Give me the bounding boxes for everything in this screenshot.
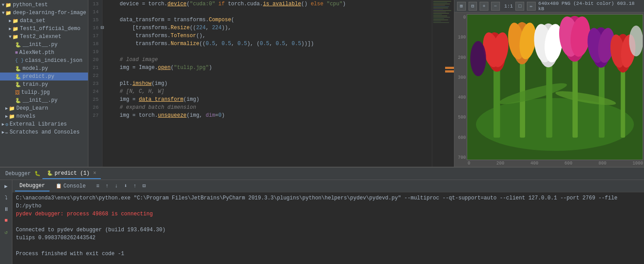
- sidebar-label: External Libraries: [10, 121, 67, 127]
- code-editor: 13 14 15 16 17 18 19 20 21 22 23 24 25 2…: [88, 0, 454, 167]
- console-filter-btn[interactable]: ≡: [94, 182, 102, 190]
- code-minimap: [432, 0, 454, 167]
- folder-icon: 📁: [9, 114, 15, 119]
- debug-label: Debugger: [2, 171, 34, 177]
- y-axis-label-400: 400: [455, 95, 466, 100]
- console-toolbar-buttons: ≡ ↑ ↓ ⬇ ↑ ⊟: [94, 182, 148, 190]
- arrow-icon: ▶: [5, 106, 8, 111]
- sidebar-item-test2[interactable]: ▼ 📁 Test2_alexnet: [0, 33, 88, 41]
- code-line-17: transforms.ToTensor(),: [107, 32, 427, 40]
- x-axis-label-400: 400: [530, 161, 538, 166]
- x-axis-label-800: 800: [598, 161, 606, 166]
- fit-page-button[interactable]: ⊞: [457, 2, 466, 11]
- sidebar-item-init2[interactable]: 🐍 __init__.py: [0, 96, 88, 104]
- sidebar-item-python-test[interactable]: ▼ 📁 python_test: [0, 1, 88, 9]
- color-picker-button[interactable]: ✏: [527, 2, 536, 11]
- x-axis-label-200: 200: [496, 161, 504, 166]
- py-icon: 🐍: [15, 74, 21, 80]
- console-scroll-up-btn[interactable]: ↑: [103, 182, 111, 190]
- py-icon: 🐍: [15, 82, 21, 88]
- debug-rerun-btn[interactable]: ↺: [2, 228, 11, 237]
- y-axis-label-300: 300: [455, 75, 466, 80]
- tab-console[interactable]: 📋 Console: [51, 181, 90, 191]
- py-icon: 🐍: [15, 98, 21, 103]
- arrow-icon: ▼: [2, 11, 4, 15]
- sidebar-item-scratches[interactable]: ▶ ✏ Scratches and Consoles: [0, 128, 88, 136]
- sidebar-item-tulip[interactable]: 🖼 tulip.jpg: [0, 88, 88, 96]
- y-axis-label-600: 600: [455, 135, 466, 140]
- code-line-13: device = torch.device("cuda:0" if torch.…: [107, 0, 427, 8]
- zoom-label: 1:1: [504, 4, 513, 9]
- sidebar-item-test1[interactable]: ▶ 📁 Test1_official_demo: [0, 25, 88, 33]
- arrow-icon: ▶: [2, 122, 4, 127]
- code-line-26: # expand batch dimension: [107, 103, 427, 111]
- debug-left-sidebar: ▶ ⤵ ⏸ ■ ↺: [0, 180, 12, 264]
- folder-icon: 📁: [5, 10, 11, 16]
- sidebar-label: train.py: [23, 81, 48, 88]
- arrow-icon: ▼: [9, 34, 11, 39]
- debug-area: Debugger 🐛 🐍 predict (1) × ▶ ⤵ ⏸ ■ ↺ Deb…: [0, 167, 644, 264]
- sidebar-label: python_test: [13, 2, 48, 8]
- tab-debugger[interactable]: Debugger: [15, 181, 50, 191]
- minimap-indicator-2: [445, 70, 454, 73]
- py-icon: 🐍: [15, 66, 21, 72]
- sidebar-item-data-set[interactable]: ▶ 📁 data_set: [0, 17, 88, 25]
- code-line-15: data_transform = transforms.Compose(: [107, 16, 427, 24]
- zoom-fit-button[interactable]: □: [515, 2, 524, 11]
- sidebar-label: AlexNet.pth: [19, 50, 54, 56]
- sidebar-label: Scratches and Consoles: [10, 129, 80, 135]
- code-line-24: # [N, C, H, W]: [107, 88, 427, 96]
- arrow-icon: ▶: [9, 18, 11, 23]
- console-step-in-btn[interactable]: ↑: [131, 182, 139, 190]
- sidebar-item-train[interactable]: 🐍 train.py: [0, 80, 88, 88]
- debug-pause-btn[interactable]: ⏸: [2, 205, 11, 214]
- console-step-out-btn[interactable]: ⬇: [122, 182, 130, 190]
- console-content: C:\anaconda3\envs\pytorch\python.exe "C:…: [12, 192, 644, 264]
- debug-stop-btn[interactable]: ■: [2, 216, 11, 225]
- console-settings-btn[interactable]: ⊟: [140, 182, 148, 190]
- scratches-icon: ✏: [5, 130, 8, 135]
- console-cmd-line: C:\anaconda3\envs\pytorch\python.exe "C:…: [16, 194, 640, 210]
- sidebar-item-alexnet[interactable]: ■ AlexNet.pth: [0, 49, 88, 57]
- jpg-icon: 🖼: [15, 90, 20, 96]
- console-connecting: pydev debugger: process 49868 is connect…: [16, 210, 640, 218]
- pth-icon: ■: [15, 50, 18, 55]
- debug-run-btn[interactable]: ▶: [2, 182, 11, 191]
- y-axis-label-0: 0: [455, 15, 466, 20]
- sidebar-item-external-libs[interactable]: ▶ ⚙ External Libraries: [0, 120, 88, 128]
- python-icon: 🐍: [47, 170, 53, 176]
- folder-icon: 📁: [12, 34, 19, 40]
- sidebar-label: Test1_official_demo: [20, 26, 80, 32]
- sidebar-label: Test2_alexnet: [20, 34, 61, 40]
- sidebar-item-init1[interactable]: 🐍 __init__.py: [0, 41, 88, 49]
- debug-tab-close[interactable]: ×: [93, 170, 96, 176]
- arrow-icon: ▼: [2, 3, 4, 8]
- actual-size-button[interactable]: ⊟: [469, 2, 477, 11]
- console-toolbar: Debugger 📋 Console ≡ ↑ ↓ ⬇ ↑ ⊟: [12, 180, 644, 192]
- sidebar-item-deep-learning[interactable]: ▼ 📁 deep-learning-for-image: [0, 9, 88, 17]
- sidebar-item-predict[interactable]: 🐍 predict.py: [0, 73, 88, 80]
- sidebar-label: tulip.jpg: [21, 89, 50, 96]
- sidebar-label: data_set: [20, 18, 46, 24]
- zoom-in-button[interactable]: +: [480, 2, 488, 11]
- sidebar-item-model[interactable]: 🐍 model.py: [0, 65, 88, 73]
- console-scroll-down-btn[interactable]: ↓: [112, 182, 120, 190]
- sidebar-item-class-indices[interactable]: { } class_indices.json: [0, 57, 88, 65]
- folder-icon: 📁: [12, 18, 19, 24]
- debug-tab-predict[interactable]: 🐍 predict (1) ×: [42, 168, 101, 179]
- sidebar-item-deep-learn[interactable]: ▶ 📁 Deep_Learn: [0, 104, 88, 112]
- y-axis-label-500: 500: [455, 115, 466, 120]
- x-axis-label-600: 600: [564, 161, 572, 166]
- debugger-tab-label: Debugger: [19, 183, 45, 189]
- code-line-23: plt.imshow(img): [107, 80, 427, 88]
- console-text[interactable]: C:\anaconda3\envs\pytorch\python.exe "C:…: [12, 192, 644, 264]
- code-scroll[interactable]: 13 14 15 16 17 18 19 20 21 22 23 24 25 2…: [88, 0, 454, 167]
- code-line-25: img = data_transform(img): [107, 96, 427, 103]
- zoom-out-button[interactable]: −: [491, 2, 500, 11]
- debug-step-over-btn[interactable]: ⤵: [2, 193, 11, 202]
- sidebar-item-novels[interactable]: ▶ 📁 novels: [0, 112, 88, 120]
- py-icon: 🐍: [15, 42, 21, 48]
- code-line-19: [107, 48, 427, 56]
- console-blank1: [16, 218, 640, 226]
- code-lines: device = torch.device("cuda:0" if torch.…: [103, 0, 432, 167]
